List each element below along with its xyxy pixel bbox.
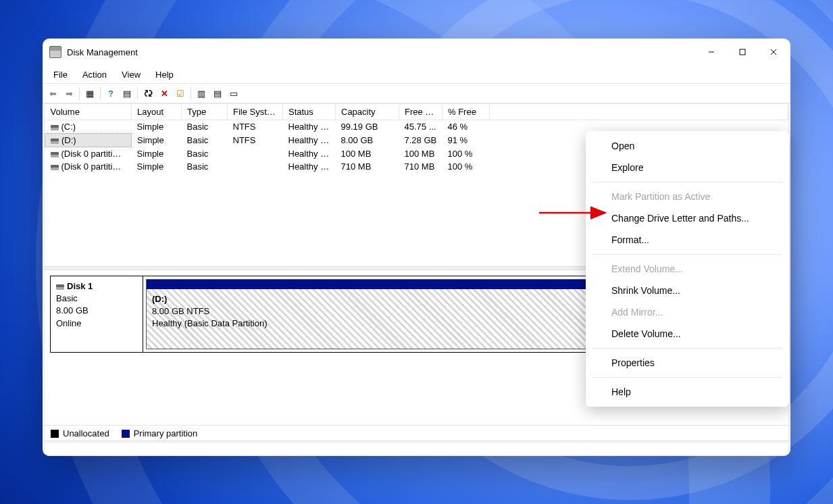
context-menu-extend-volume: Extend Volume... bbox=[586, 258, 789, 280]
context-menu-open[interactable]: Open bbox=[586, 135, 789, 157]
col-type: Type bbox=[182, 104, 228, 120]
back-button[interactable]: ⬅ bbox=[45, 86, 60, 101]
col-pctfree: % Free bbox=[443, 104, 490, 120]
context-menu-delete-volume[interactable]: Delete Volume... bbox=[586, 323, 789, 345]
context-menu-separator bbox=[592, 182, 782, 182]
disk-header[interactable]: Disk 1 Basic 8.00 GB Online bbox=[51, 276, 143, 352]
partition-status: Healthy (Basic Data Partition) bbox=[152, 318, 268, 328]
check-icon[interactable]: ☑ bbox=[173, 86, 188, 101]
toolbar: ⬅ ➡ ▦ ? ▤ 🗘 ✕ ☑ ▥ ▤ ▭ bbox=[43, 83, 790, 103]
partition-size-fs: 8.00 GB NTFS bbox=[152, 306, 209, 316]
context-menu-separator bbox=[592, 377, 782, 378]
context-menu-separator bbox=[592, 348, 782, 349]
menu-help[interactable]: Help bbox=[149, 68, 180, 82]
status-bar bbox=[44, 442, 789, 456]
legend-unallocated: Unallocated bbox=[51, 428, 109, 438]
context-menu-change-drive-letter-and-paths[interactable]: Change Drive Letter and Paths... bbox=[586, 207, 789, 229]
context-menu-separator bbox=[592, 254, 782, 255]
col-status: Status bbox=[283, 104, 336, 120]
disk-type: Basic bbox=[56, 293, 78, 303]
menu-file[interactable]: File bbox=[47, 68, 74, 82]
col-volume: Volume bbox=[45, 104, 132, 120]
maximize-button[interactable] bbox=[727, 39, 758, 66]
disk-size: 8.00 GB bbox=[56, 305, 89, 316]
refresh-button[interactable]: 🗘 bbox=[141, 86, 155, 101]
disk-name: Disk 1 bbox=[67, 281, 93, 291]
context-menu-help[interactable]: Help bbox=[586, 381, 789, 403]
minimize-button[interactable] bbox=[696, 39, 727, 66]
context-menu-add-mirror: Add Mirror... bbox=[586, 301, 789, 323]
show-hide-tree-button[interactable]: ▦ bbox=[82, 86, 97, 101]
col-filesystem: File System bbox=[228, 104, 283, 120]
menu-view[interactable]: View bbox=[115, 68, 147, 82]
menubar: File Action View Help bbox=[43, 66, 790, 83]
context-menu: OpenExploreMark Partition as ActiveChang… bbox=[586, 131, 789, 407]
settings-button[interactable]: ▭ bbox=[226, 86, 241, 101]
col-layout: Layout bbox=[132, 104, 182, 120]
legend-bar: Unallocated Primary partition bbox=[44, 425, 789, 441]
app-icon bbox=[49, 46, 61, 58]
col-capacity: Capacity bbox=[336, 104, 399, 120]
partition-label: (D:) bbox=[152, 294, 167, 304]
svg-rect-1 bbox=[740, 49, 745, 55]
properties-button[interactable]: ▤ bbox=[120, 86, 134, 101]
forward-button[interactable]: ➡ bbox=[61, 86, 76, 101]
annotation-arrow bbox=[538, 206, 612, 220]
view-bottom-button[interactable]: ▤ bbox=[210, 86, 225, 101]
disk-row[interactable]: Disk 1 Basic 8.00 GB Online (D:) 8.00 GB… bbox=[50, 276, 634, 353]
legend-primary: Primary partition bbox=[122, 428, 198, 438]
context-menu-mark-partition-as-active: Mark Partition as Active bbox=[586, 186, 789, 207]
context-menu-shrink-volume[interactable]: Shrink Volume... bbox=[586, 280, 789, 301]
view-top-button[interactable]: ▥ bbox=[194, 86, 209, 101]
context-menu-properties[interactable]: Properties bbox=[586, 352, 789, 374]
disk-icon bbox=[56, 284, 64, 290]
col-freespace: Free Sp... bbox=[399, 104, 443, 120]
partition-d[interactable]: (D:) 8.00 GB NTFS Healthy (Basic Data Pa… bbox=[146, 279, 630, 349]
column-headers[interactable]: Volume Layout Type File System Status Ca… bbox=[45, 104, 788, 120]
titlebar[interactable]: Disk Management bbox=[43, 39, 790, 66]
close-button[interactable] bbox=[758, 39, 789, 66]
menu-action[interactable]: Action bbox=[76, 68, 113, 82]
context-menu-explore[interactable]: Explore bbox=[586, 157, 789, 178]
disk-state: Online bbox=[56, 318, 82, 328]
window-title: Disk Management bbox=[67, 47, 696, 57]
context-menu-format[interactable]: Format... bbox=[586, 229, 789, 251]
help-button[interactable]: ? bbox=[103, 86, 118, 101]
delete-icon[interactable]: ✕ bbox=[157, 86, 172, 101]
